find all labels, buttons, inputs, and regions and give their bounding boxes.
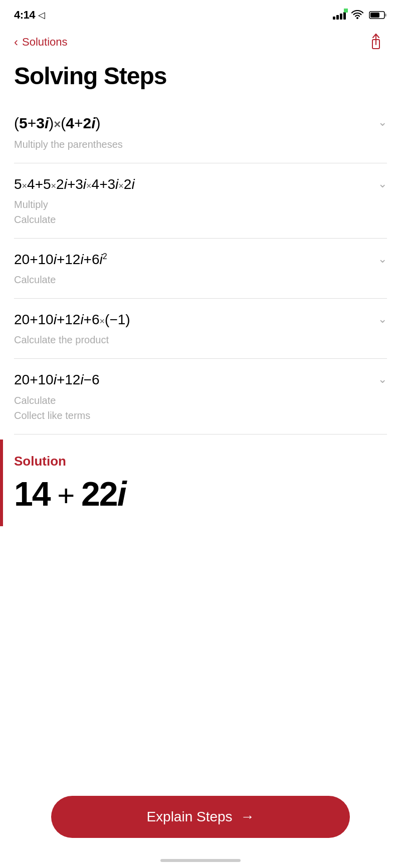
step-content-4: 20+10i+12i+6×(−1) Calculate the product (14, 310, 378, 347)
location-icon: ◁ (38, 10, 45, 21)
step-item-5[interactable]: 20+10i+12i−6 CalculateCollect like terms… (14, 359, 387, 434)
step-item-3[interactable]: 20+10i+12i+6i2 Calculate ⌄ (14, 239, 387, 299)
step-desc-2: MultiplyCalculate (14, 197, 358, 227)
battery-icon (369, 11, 387, 20)
step-formula-5: 20+10i+12i−6 (14, 370, 358, 389)
explain-steps-button[interactable]: Explain Steps → (51, 796, 349, 838)
step-formula-1: (5+3i)×(4+2i) (14, 113, 358, 134)
step-desc-4: Calculate the product (14, 332, 358, 347)
step-desc-3: Calculate (14, 272, 358, 287)
signal-bar-2 (336, 15, 339, 20)
share-button[interactable] (365, 31, 387, 53)
status-icons (333, 10, 387, 20)
step-formula-3: 20+10i+12i+6i2 (14, 250, 358, 269)
solution-value: 14 + 22i (14, 475, 387, 513)
share-icon (368, 34, 383, 51)
page-title: Solving Steps (0, 59, 401, 102)
svg-rect-2 (384, 14, 386, 17)
step-content-1: (5+3i)×(4+2i) Multiply the parentheses (14, 113, 378, 152)
step-content-2: 5×4+5×2i+3i×4+3i×2i MultiplyCalculate (14, 174, 378, 227)
signal-bar-3 (340, 14, 342, 20)
explain-arrow-icon: → (241, 809, 255, 825)
step-desc-5: CalculateCollect like terms (14, 393, 358, 423)
solution-section: Solution 14 + 22i (0, 440, 401, 527)
signal-container (333, 11, 346, 20)
svg-rect-3 (370, 13, 379, 18)
step-content-3: 20+10i+12i+6i2 Calculate (14, 250, 378, 287)
step-item-2[interactable]: 5×4+5×2i+3i×4+3i×2i MultiplyCalculate ⌄ (14, 163, 387, 239)
svg-point-0 (356, 17, 358, 19)
steps-container: (5+3i)×(4+2i) Multiply the parentheses ⌄… (0, 102, 401, 435)
step-chevron-4: ⌄ (378, 313, 387, 326)
back-chevron-icon: ‹ (14, 35, 18, 49)
step-formula-2: 5×4+5×2i+3i×4+3i×2i (14, 174, 358, 194)
step-chevron-3: ⌄ (378, 253, 387, 266)
back-label: Solutions (22, 36, 68, 49)
step-formula-4: 20+10i+12i+6×(−1) (14, 310, 358, 329)
step-content-5: 20+10i+12i−6 CalculateCollect like terms (14, 370, 378, 422)
home-indicator (160, 859, 241, 862)
back-button[interactable]: ‹ Solutions (14, 35, 68, 49)
step-chevron-1: ⌄ (378, 116, 387, 129)
step-desc-1: Multiply the parentheses (14, 137, 358, 152)
signal-bar-1 (333, 17, 335, 20)
status-bar: 4:14 ◁ (0, 0, 401, 27)
step-item-4[interactable]: 20+10i+12i+6×(−1) Calculate the product … (14, 299, 387, 359)
signal-bar-4 (343, 12, 346, 20)
wifi-icon (351, 10, 364, 20)
step-chevron-5: ⌄ (378, 373, 387, 386)
explain-steps-label: Explain Steps (146, 809, 232, 825)
explain-btn-container: Explain Steps → (0, 796, 401, 838)
solution-label: Solution (14, 454, 387, 469)
nav-bar: ‹ Solutions (0, 27, 401, 59)
step-item-1[interactable]: (5+3i)×(4+2i) Multiply the parentheses ⌄ (14, 102, 387, 163)
status-time: 4:14 (14, 9, 35, 22)
step-chevron-2: ⌄ (378, 177, 387, 190)
